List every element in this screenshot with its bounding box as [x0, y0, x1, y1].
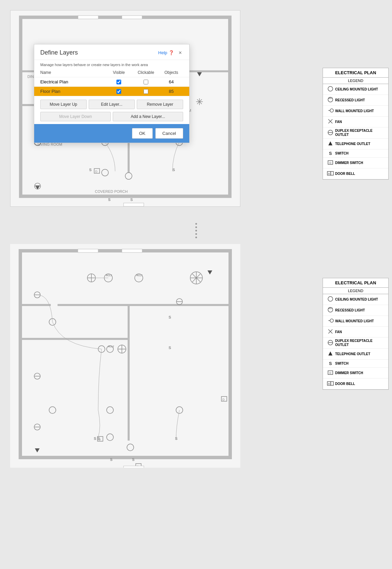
- doorbell-icon: B: [326, 170, 335, 178]
- dialog-buttons-row1: Move Layer Up Edit Layer... Remove Layer: [34, 96, 189, 110]
- legend-item-recessed-b: RCLT RECESSED LIGHT: [323, 305, 388, 316]
- svg-marker-80: [208, 270, 212, 275]
- top-section: LIVING ROOM MASTER BEDROOM COVERED PORCH…: [0, 0, 392, 217]
- svg-rect-40: [124, 203, 144, 206]
- svg-text:S: S: [89, 168, 91, 172]
- help-link[interactable]: Help ❓: [158, 50, 174, 55]
- edit-layer-button[interactable]: Edit Layer...: [89, 100, 135, 109]
- svg-text:D: D: [329, 371, 331, 374]
- legend-item-ceiling: CEILING MOUNTED LIGHT: [323, 84, 388, 95]
- fan-icon-b: [326, 328, 335, 336]
- svg-text:S: S: [169, 315, 171, 319]
- svg-text:S: S: [173, 168, 175, 172]
- svg-text:B: B: [328, 382, 330, 385]
- bottom-section: RCLT RCLT RCLT S S: [0, 244, 392, 474]
- objects-electrical: 64: [159, 79, 183, 84]
- clickable-checkbox-floor[interactable]: [132, 89, 159, 94]
- define-layers-dialog: Define Layers Help ❓ × Manage how layers…: [34, 44, 190, 143]
- svg-text:COVERED PORCH: COVERED PORCH: [95, 189, 128, 194]
- add-new-layer-button[interactable]: Add a New Layer...: [113, 112, 183, 121]
- ceiling-light-icon-b: [326, 296, 335, 303]
- dialog-title: Define Layers: [40, 49, 78, 56]
- move-layer-up-button[interactable]: Move Layer Up: [40, 100, 87, 109]
- legend-subtitle-bottom: LEGEND: [323, 288, 388, 294]
- svg-text:RCLT: RCLT: [106, 274, 112, 277]
- clickable-checkbox-electrical[interactable]: [132, 80, 159, 84]
- svg-point-15: [125, 172, 132, 179]
- dialog-subtitle: Manage how layers behave or create new l…: [34, 60, 189, 68]
- svg-rect-126: [331, 382, 333, 385]
- legend-item-wall-mount-b: WALL MOUNTED LIGHT: [323, 316, 388, 327]
- floor-plan-bottom: RCLT RCLT RCLT S S: [10, 244, 240, 468]
- svg-text:S: S: [175, 436, 177, 441]
- telephone-icon: [326, 140, 335, 148]
- recessed-light-icon: RCLT: [326, 96, 335, 104]
- svg-text:RCLT: RCLT: [328, 307, 333, 309]
- dot-1: [195, 223, 197, 225]
- svg-point-104: [49, 407, 56, 413]
- legend-item-dimmer-b: D DIMMER SWITCH: [323, 368, 388, 379]
- legend-item-doorbell-b: B DOOR BELL: [323, 379, 388, 389]
- layer-row-electrical[interactable]: Electrical Plan 64: [34, 77, 189, 87]
- svg-text:S: S: [110, 458, 112, 462]
- svg-text:D: D: [95, 170, 97, 173]
- dots-separator: [0, 217, 392, 244]
- legend-item-telephone-b: TELEPHONE OUTLET: [323, 349, 388, 360]
- cancel-button[interactable]: Cancel: [155, 128, 183, 139]
- svg-rect-109: [78, 249, 98, 252]
- telephone-icon-b: [326, 350, 335, 358]
- layer-name-floor: Floor Plan: [40, 89, 105, 94]
- svg-rect-39: [122, 16, 142, 19]
- svg-text:S: S: [94, 436, 96, 441]
- move-layer-down-button[interactable]: Move Layer Down: [40, 112, 111, 121]
- col-clickable: Clickable: [132, 70, 159, 75]
- svg-point-107: [107, 434, 113, 441]
- dot-5: [195, 237, 197, 238]
- legend-title-top: ELECTRICAL PLAN: [323, 68, 388, 78]
- visible-checkbox-floor[interactable]: [105, 89, 132, 94]
- svg-rect-38: [78, 16, 98, 19]
- visible-checkbox-electrical[interactable]: [105, 80, 132, 84]
- legend-item-fan: FAN: [323, 117, 388, 127]
- objects-floor: 85: [159, 89, 183, 94]
- svg-point-112: [328, 297, 333, 301]
- col-objects: Objects: [159, 70, 183, 75]
- legend-item-duplex: DUPLEX RECEPTACLE OUTLET: [323, 127, 388, 139]
- recessed-light-icon-b: RCLT: [326, 306, 335, 314]
- ok-button[interactable]: OK: [132, 128, 153, 139]
- svg-text:B: B: [328, 172, 330, 175]
- svg-point-116: [330, 319, 333, 322]
- svg-text:S: S: [169, 346, 171, 350]
- close-button[interactable]: ×: [177, 50, 183, 56]
- legend-item-dimmer: D DIMMER SWITCH: [323, 158, 388, 168]
- layer-row-floor[interactable]: Floor Plan 85: [34, 87, 189, 96]
- dialog-buttons-row2: Move Layer Down Add a New Layer...: [34, 110, 189, 124]
- svg-marker-50: [328, 141, 332, 145]
- legend-box-top: ELECTRICAL PLAN LEGEND CEILING MOUNTED L…: [323, 68, 389, 180]
- legend-item-telephone: TELEPHONE OUTLET: [323, 139, 388, 149]
- svg-marker-29: [197, 72, 202, 76]
- svg-marker-103: [35, 448, 40, 452]
- svg-marker-121: [328, 351, 332, 355]
- svg-text:RCLT: RCLT: [136, 274, 143, 277]
- dot-3: [195, 230, 197, 231]
- dot-2: [195, 226, 197, 228]
- svg-text:S: S: [108, 198, 110, 202]
- legend-item-wall-mount: WALL MOUNTED LIGHT: [323, 106, 388, 117]
- svg-rect-110: [122, 249, 142, 252]
- dimmer-icon-b: D: [326, 369, 335, 377]
- wall-mount-icon: [326, 107, 335, 115]
- legend-subtitle-top: LEGEND: [323, 78, 388, 84]
- svg-text:D: D: [222, 398, 225, 401]
- remove-layer-button[interactable]: Remove Layer: [137, 100, 183, 109]
- svg-rect-56: [20, 251, 230, 458]
- svg-point-14: [102, 169, 108, 176]
- legend-item-switch-b: S SWITCH: [323, 360, 388, 368]
- dialog-header: Define Layers Help ❓ ×: [34, 44, 189, 60]
- svg-text:RCLT: RCLT: [108, 345, 114, 348]
- legend-item-doorbell: B DOOR BELL: [323, 168, 388, 179]
- dialog-header-right: Help ❓ ×: [158, 50, 183, 56]
- svg-rect-111: [124, 466, 144, 468]
- svg-text:D: D: [329, 161, 331, 164]
- dimmer-icon: D: [326, 159, 335, 167]
